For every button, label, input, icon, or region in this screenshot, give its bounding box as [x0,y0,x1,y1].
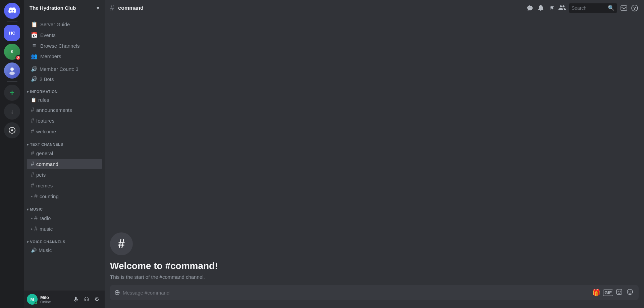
headset-button[interactable] [82,295,91,304]
input-right-icons: 🎁 GIF [591,289,635,297]
mute-button[interactable] [71,295,80,304]
message-input[interactable] [123,290,591,296]
settings-button[interactable] [93,295,102,304]
channel-welcome[interactable]: # welcome [27,126,102,137]
section-chevron-info: ▾ [27,90,29,94]
gift-icon[interactable]: 🎁 [591,289,602,297]
sidebar-item-events-label: Events [40,32,56,38]
sticker-button[interactable] [614,289,624,297]
channel-memes-label: memes [36,183,53,188]
channel-welcome: # Welcome to #command! This is the start… [105,227,644,282]
channel-general-label: general [36,150,53,156]
section-chevron-voice: ▾ [27,240,29,244]
section-music[interactable]: ▾ MUSIC [24,202,105,213]
svg-point-11 [629,291,629,292]
member-count-channel[interactable]: 🔊 Member Count: 3 [27,64,102,74]
channel-announcements[interactable]: # announcements [27,105,102,115]
search-input[interactable] [572,5,606,11]
section-information-label: INFORMATION [30,90,58,94]
server-divider-2 [7,81,17,82]
svg-point-8 [618,291,619,292]
help-button[interactable]: ? [631,4,639,12]
voice-section-top: 🔊 Member Count: 3 🔊 2 Bots [24,64,105,84]
svg-point-3 [11,129,13,131]
notification-badge: 2 [15,55,21,60]
radio-arrow: ▸ [31,216,33,220]
sidebar-content: 📋 Server Guide 📅 Events ≡ Browse Channel… [24,16,105,291]
events-icon: 📅 [31,32,38,38]
svg-point-10 [627,289,633,295]
general-hash: # [31,150,34,157]
channel-general[interactable]: # general [27,148,102,159]
voice-channel-music[interactable]: 🔊 Music [27,246,102,255]
section-voice-channels-label: VOICE CHANNELS [30,240,65,244]
pinned-button[interactable] [547,4,555,12]
memes-hash: # [31,182,34,189]
download-app-button[interactable]: ↓ [4,103,20,120]
browse-channels-icon: ≡ [31,43,38,49]
section-chevron-text: ▾ [27,143,29,146]
section-text-channels[interactable]: ▾ TEXT CHANNELS [24,137,105,148]
sidebar-item-events[interactable]: 📅 Events [27,30,102,40]
channel-features[interactable]: # features [27,116,102,126]
counting-hash: # [34,193,38,200]
channel-music[interactable]: ▸ # music [27,224,102,234]
sidebar-item-server-guide[interactable]: 📋 Server Guide [27,19,102,30]
features-hash: # [31,117,34,124]
channel-pets-label: pets [36,172,46,178]
server-header[interactable]: The Hydration Club ▾ [24,0,105,16]
svg-point-9 [620,291,621,292]
user-panel: M Milo Online [24,291,105,308]
members-button[interactable] [558,4,566,12]
emoji-button[interactable] [625,289,635,297]
channel-radio-label: radio [40,215,51,221]
sidebar-item-browse-channels[interactable]: ≡ Browse Channels [27,41,102,51]
sidebar-item-members-label: Members [40,53,61,59]
pets-hash: # [31,171,34,178]
section-text-channels-label: TEXT CHANNELS [30,142,63,146]
user-info: Milo Online [40,295,68,304]
topbar-hash-icon: # [110,4,114,12]
discord-home-button[interactable] [4,3,20,19]
channel-features-label: features [36,118,54,124]
svg-point-1 [9,72,15,75]
sidebar: The Hydration Club ▾ 📋 Server Guide 📅 Ev… [24,0,105,308]
sidebar-item-server-guide-label: Server Guide [40,21,70,27]
channel-command[interactable]: # command [27,159,102,169]
search-bar[interactable]: 🔍 [569,3,617,13]
server-3[interactable] [4,62,20,79]
announcements-hash: # [31,106,34,114]
add-server-button[interactable]: + [4,85,20,101]
sidebar-item-members[interactable]: 👥 Members [27,51,102,61]
svg-rect-7 [616,289,622,295]
welcome-title: Welcome to #command! [110,261,639,271]
server-hydration[interactable]: HC [4,25,20,41]
svg-text:?: ? [633,6,636,11]
chat-area: # Welcome to #command! This is the start… [105,16,644,308]
explore-button[interactable] [4,122,20,138]
server-guide-icon: 📋 [31,21,38,28]
section-voice-channels[interactable]: ▾ VOICE CHANNELS [24,234,105,245]
server-2-wrapper: S 2 [4,44,20,60]
message-input-area: ⊕ 🎁 GIF [105,285,644,308]
channel-memes[interactable]: # memes [27,180,102,191]
add-attachment-button[interactable]: ⊕ [114,288,120,297]
speaker-icon-2: 🔊 [31,76,38,82]
channel-radio[interactable]: ▸ # radio [27,213,102,223]
svg-point-12 [631,291,631,292]
threads-button[interactable] [526,4,534,12]
channel-rules[interactable]: 📋 rules [27,95,102,104]
section-music-label: MUSIC [30,207,43,211]
notifications-button[interactable] [537,4,545,12]
counting-arrow: ▸ [31,194,33,199]
channel-pets[interactable]: # pets [27,170,102,180]
chevron-down-icon: ▾ [97,5,99,11]
section-chevron-music: ▾ [27,208,29,211]
inbox-button[interactable] [620,4,628,12]
gif-button[interactable]: GIF [603,290,613,296]
bots-channel[interactable]: 🔊 2 Bots [27,74,102,84]
channel-counting[interactable]: ▸ # counting [27,191,102,202]
main-content: # command 🔍 [105,0,644,308]
channel-welcome-label: welcome [36,129,56,134]
section-information[interactable]: ▾ INFORMATION [24,84,105,95]
